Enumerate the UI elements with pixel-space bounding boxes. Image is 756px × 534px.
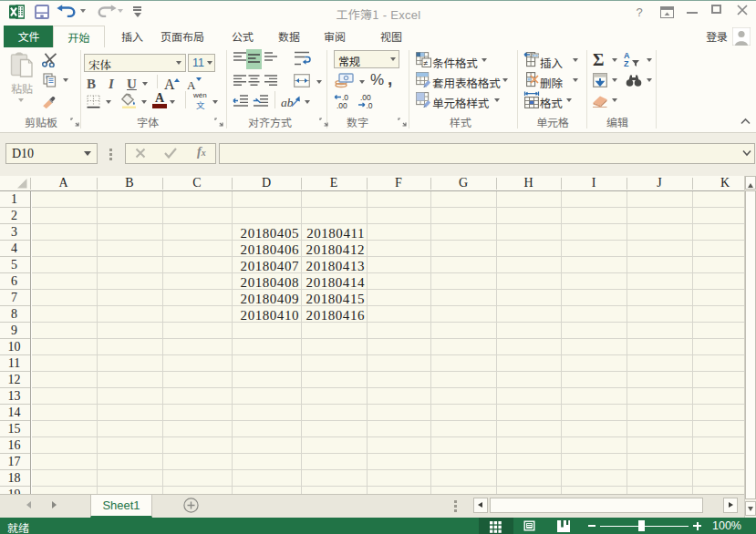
svg-text:?: ? bbox=[636, 5, 642, 19]
svg-text:≠: ≠ bbox=[424, 58, 429, 67]
svg-text:Z: Z bbox=[624, 59, 629, 67]
svg-text:ab: ab bbox=[281, 96, 294, 109]
svg-text:.00: .00 bbox=[337, 101, 347, 109]
svg-text:.0: .0 bbox=[367, 101, 373, 109]
